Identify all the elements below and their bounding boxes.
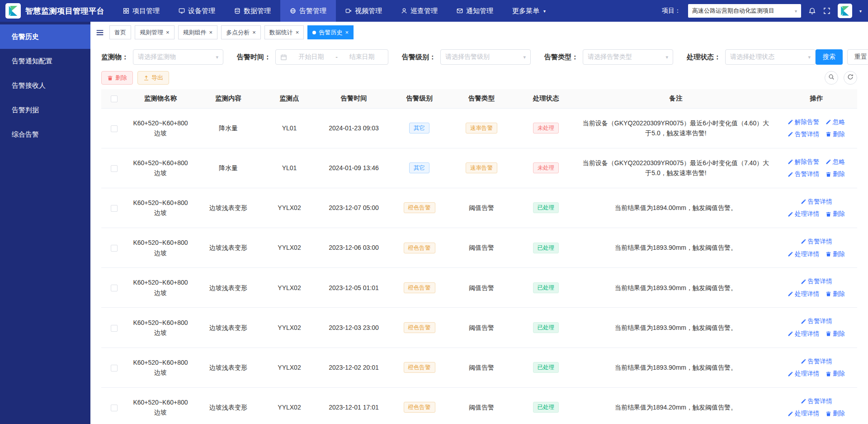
trash-icon [826,172,831,177]
tab-multi-point-analysis[interactable]: 多点分析× [221,25,261,39]
close-icon[interactable]: × [166,29,170,35]
op-ignore[interactable]: 忽略 [826,157,845,167]
nav-item-more[interactable]: 更多菜单▾ [503,0,555,22]
start-date-input[interactable]: 开始日期 [290,53,333,61]
nav-item-notify[interactable]: 通知管理 [447,0,503,22]
op-delete[interactable]: 删除 [826,169,845,179]
chevron-down-icon[interactable]: ▾ [859,9,862,14]
edit-icon [788,371,793,377]
row-checkbox[interactable] [111,285,118,291]
sidebar-item-alarm-receiver[interactable]: 告警接收人 [0,73,90,98]
op-handle-detail[interactable]: 处理详情 [788,329,819,339]
trash-icon [107,75,113,81]
cell-monitor-content: 边坡浅表变形 [194,308,262,348]
delete-button[interactable]: 删除 [101,71,133,85]
row-checkbox[interactable] [111,325,118,332]
alarm-type-select[interactable]: 请选择告警类型 ▾ [583,49,673,65]
avatar[interactable] [838,4,852,18]
op-alarm-detail[interactable]: 告警详情 [801,276,832,286]
nav-item-video[interactable]: 视频管理 [336,0,392,22]
op-alarm-detail[interactable]: 告警详情 [801,357,832,367]
op-release[interactable]: 解除告警 [788,157,819,167]
op-handle-detail[interactable]: 处理详情 [788,369,819,379]
op-alarm-detail[interactable]: 告警详情 [801,316,832,326]
op-alarm-detail[interactable]: 告警详情 [801,396,832,406]
row-checkbox[interactable] [111,245,118,252]
op-handle-detail[interactable]: 处理详情 [788,289,819,299]
op-handle-detail[interactable]: 处理详情 [788,249,819,259]
close-icon[interactable]: × [209,29,213,35]
monitor-select[interactable]: 请选择监测物 ▾ [133,49,223,65]
date-range-picker[interactable]: 开始日期 - 结束日期 [275,49,388,65]
tab-rule-component[interactable]: 规则组件× [178,25,218,39]
close-icon[interactable]: × [252,29,256,35]
zoom-search-button[interactable] [825,71,838,85]
sidebar-item-alarm-history[interactable]: 告警历史 [0,24,90,49]
row-checkbox[interactable] [111,165,118,172]
table-row: K60+520~K60+800边坡边坡浅表变形YYLX022023-12-03 … [101,308,857,348]
nav-item-project[interactable]: 项目管理 [113,0,169,22]
cell-alarm-time: 2024-01-09 13:46 [316,148,391,188]
close-icon[interactable]: × [296,29,299,35]
select-all-checkbox[interactable] [111,95,118,102]
handle-status-select[interactable]: 请选择处理状态 ▾ [725,49,816,65]
op-label: 删除 [833,369,845,379]
sidebar-item-label: 综合告警 [12,130,39,139]
op-delete[interactable]: 删除 [826,409,845,419]
grid-icon [123,8,129,14]
op-delete[interactable]: 删除 [826,209,845,219]
cell-alarm-type: 阈值告警 [448,387,515,424]
column-header: 告警级别 [391,89,448,108]
nav-item-inspect[interactable]: 巡查管理 [392,0,447,22]
export-button[interactable]: 导出 [137,71,169,85]
op-delete[interactable]: 删除 [826,369,845,379]
op-label: 解除告警 [795,157,819,167]
op-label: 告警详情 [808,396,832,406]
filter-alarm-level: 告警级别： 请选择告警级别 ▾ [402,49,531,65]
op-label: 告警详情 [808,357,832,367]
tab-rule-management[interactable]: 规则管理× [135,25,175,39]
project-select[interactable]: 高速公路运营期自动化监测项目 ▾ [688,4,801,18]
row-checkbox[interactable] [111,405,118,411]
sidebar-item-alarm-criteria[interactable]: 告警判据 [0,98,90,122]
search-button[interactable]: 搜索 [816,49,843,65]
upload-icon [143,75,149,81]
op-label: 删除 [833,409,845,419]
fullscreen-icon[interactable] [823,7,830,14]
op-handle-detail[interactable]: 处理详情 [788,409,819,419]
sidebar-item-combined-alarm[interactable]: 综合告警 [0,122,90,147]
menu-fold-icon[interactable] [96,29,104,37]
row-checkbox[interactable] [111,205,118,212]
op-handle-detail[interactable]: 处理详情 [788,209,819,219]
row-checkbox[interactable] [111,125,118,132]
tab-home[interactable]: 首页 [109,25,131,39]
cell-remark: 当前结果值为1894.00mm，触发阈值告警。 [576,188,775,228]
op-alarm-detail[interactable]: 告警详情 [801,237,832,247]
op-release[interactable]: 解除告警 [788,117,819,127]
row-select-cell [101,308,127,348]
op-ignore[interactable]: 忽略 [826,117,845,127]
op-delete[interactable]: 删除 [826,249,845,259]
tab-alarm-history[interactable]: 告警历史× [307,25,354,39]
cell-alarm-time: 2023-12-05 01:01 [316,268,391,308]
op-alarm-detail[interactable]: 告警详情 [788,129,819,139]
op-delete[interactable]: 删除 [826,289,845,299]
op-alarm-detail[interactable]: 告警详情 [788,169,819,179]
nav-item-alarm[interactable]: 告警管理 [280,0,336,22]
close-icon[interactable]: × [345,29,349,35]
row-checkbox[interactable] [111,365,118,372]
refresh-button[interactable] [844,71,857,85]
bell-icon[interactable] [808,7,816,15]
nav-item-label: 设备管理 [188,7,215,15]
op-delete[interactable]: 删除 [826,129,845,139]
end-date-input[interactable]: 结束日期 [340,53,383,61]
tab-data-statistics[interactable]: 数据统计× [264,25,304,39]
nav-item-device[interactable]: 设备管理 [169,0,225,22]
reset-button[interactable]: 重置 [847,49,868,65]
op-alarm-detail[interactable]: 告警详情 [801,197,832,207]
alarm-level-select[interactable]: 请选择告警级别 ▾ [440,49,531,65]
sidebar-item-alarm-notify-config[interactable]: 告警通知配置 [0,49,90,73]
nav-item-data[interactable]: 数据管理 [225,0,280,22]
cell-monitor-point: YYLX02 [262,387,316,424]
op-delete[interactable]: 删除 [826,329,845,339]
